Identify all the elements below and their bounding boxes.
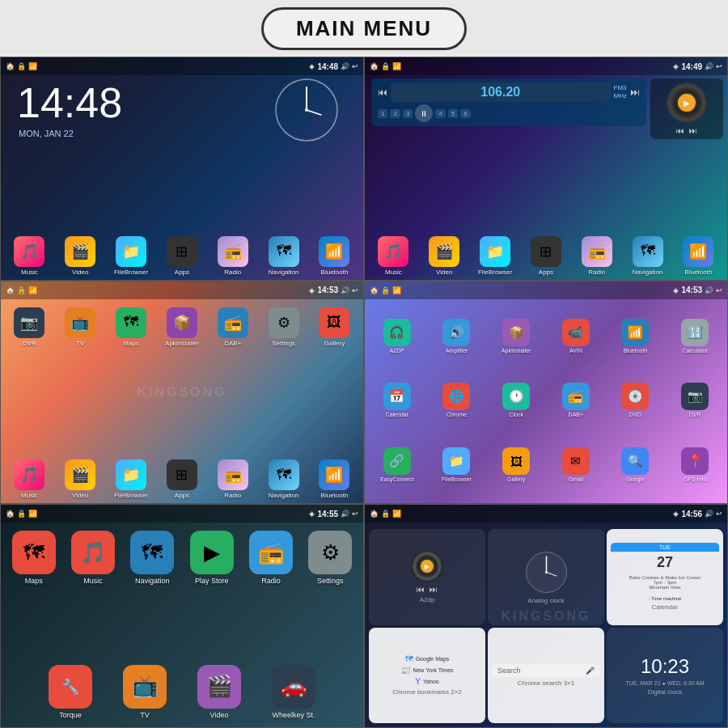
sim-icon-4: 📶 [392,286,401,294]
widget-a2dp[interactable]: ▶ ⏮ ⏭ A2dp [369,529,485,624]
app-apps-3[interactable]: ⊞ Apps [163,459,201,499]
app-dvr[interactable]: 📷 DVR [10,307,49,347]
preset-5[interactable]: 5 [448,109,458,118]
back-icon-1[interactable]: ↩ [352,62,358,70]
big-clock-time: 14:48 [17,82,122,124]
home-icon-4[interactable]: 🏠 [370,286,379,294]
app-gpsinfo[interactable]: 📍 GPS Info [667,434,723,496]
app-gallery-4[interactable]: 🖼 Gallery [488,434,544,496]
lock-icon-5: 🔒 [17,510,26,518]
app-easyconnect[interactable]: 🔗 EasyConnect [369,434,425,496]
app-wheelkey[interactable]: 🚗 Wheelkey St. [272,665,315,719]
app-music-5[interactable]: 🎵 Music [71,531,115,585]
app-google[interactable]: 🔍 Google [607,434,664,496]
app-filebrowser-4[interactable]: 📁 FileBrowser [429,434,485,496]
app-apkinstaller[interactable]: 📦 ApkInstaller [163,307,201,347]
app-filebrowser-3[interactable]: 📁 FileBrowser [112,459,150,499]
app-gallery-3[interactable]: 🖼 Gallery [315,307,353,347]
app-apps-2[interactable]: ⊞ Apps [527,236,565,276]
cell-3-home: KINGSONG 🏠 🔒 📶 ◈ 14:53 🔊 ↩ 📷 DVR 📺 TV [0,281,364,505]
home-icon-1[interactable]: 🏠 [6,62,15,70]
back-icon-4[interactable]: ↩ [716,286,722,294]
app-apkinstaller-4[interactable]: 📦 ApkInstaller [488,306,544,367]
screenshot-grid: 🏠 🔒 📶 ◈ 14:48 🔊 ↩ 14:48 MON, JAN 22 [0,57,728,728]
app-gmail[interactable]: ✉ Gmail [548,434,604,496]
widget-digital-clock[interactable]: 10:23 TUE, MAR 22 ● WED, 8:30 AM Digital… [607,628,723,723]
app-radio-2[interactable]: 📻 Radio [578,236,616,276]
app-bluetooth-3[interactable]: 📶 Bluetooth [315,459,353,499]
back-icon-6[interactable]: ↩ [716,510,722,518]
app-avin[interactable]: 📹 AVIN [548,306,604,367]
app-playstore[interactable]: ▶ Play Store [190,531,234,585]
app-a2dp[interactable]: 🎧 A2DP [369,306,425,367]
lock-icon-4: 🔒 [381,286,390,294]
widget-chrome-bookmarks[interactable]: 🗺Google Maps 📰New York Times YYahoo Chro… [369,628,485,723]
home-icon-6[interactable]: 🏠 [370,510,379,518]
app-maps[interactable]: 🗺 Maps [112,307,150,347]
app-maps-5[interactable]: 🗺 Maps [12,531,56,585]
a2dp-next[interactable]: ⏭ [430,585,438,594]
app-tv[interactable]: 📺 TV [61,307,99,347]
app-calculator[interactable]: 🔢 Calculator [667,306,723,367]
home-icon-5[interactable]: 🏠 [6,510,15,518]
app-apps-1[interactable]: ⊞ Apps [163,236,201,276]
widget-chrome-search[interactable]: Search 🎤 Chrome search 3×1 [488,628,604,723]
app-radio-3[interactable]: 📻 Radio [214,459,252,499]
app-bluetooth-1[interactable]: 📶 Bluetooth [315,236,353,276]
app-bluetooth-4[interactable]: 📶 Bluetooth [607,306,664,367]
app-tv-5[interactable]: 📺 TV [123,665,167,719]
app-filebrowser-2[interactable]: 📁 FileBrowser [476,236,514,276]
a2dp-prev[interactable]: ⏮ [417,585,425,594]
app-music-2[interactable]: 🎵 Music [374,236,413,276]
app-video-1[interactable]: 🎬 Video [61,236,99,276]
play-button-overlay[interactable]: ▶ [678,94,696,112]
app-chrome[interactable]: 🌐 Chrome [429,370,485,431]
app-settings-5[interactable]: ⚙ Settings [308,531,352,585]
svg-point-7 [545,571,548,574]
app-calendar-4[interactable]: 📅 Calendar [369,370,425,431]
app-navigation-3[interactable]: 🗺 Navigation [265,459,303,499]
preset-2[interactable]: 2 [390,109,400,118]
preset-1[interactable]: 1 [378,109,387,118]
app-icons-row-2: 🎵 Music 🎬 Video 📁 FileBrowser ⊞ Apps 📻 R… [365,236,727,276]
app-video-3[interactable]: 🎬 Video [61,459,99,499]
app-navigation-2[interactable]: 🗺 Navigation [629,236,667,276]
gps-icon-4: ◈ [673,286,679,294]
pause-btn[interactable]: ⏸ [415,104,433,122]
sim-icon-6: 📶 [392,510,401,518]
app-dvr-4[interactable]: 📷 DVR [667,370,723,431]
media-next[interactable]: ⏭ [689,126,697,135]
app-music-1[interactable]: 🎵 Music [10,236,49,276]
header: MAIN MENU [0,0,728,57]
preset-6[interactable]: 6 [460,109,470,118]
app-filebrowser-1[interactable]: 📁 FileBrowser [112,236,150,276]
app-settings-3[interactable]: ⚙ Settings [265,307,303,347]
app-bluetooth-2[interactable]: 📶 Bluetooth [679,236,717,276]
media-prev[interactable]: ⏮ [676,126,684,135]
app-torque[interactable]: 🔧 Torque [49,665,92,719]
app-dab-3[interactable]: 📻 DAB+ [214,307,252,347]
app-dab-4[interactable]: 📻 DAB+ [548,370,604,431]
preset-3[interactable]: 3 [403,109,413,118]
home-icon-2[interactable]: 🏠 [370,62,379,70]
app-music-3[interactable]: 🎵 Music [10,459,49,499]
app-video-5[interactable]: 🎬 Video [197,665,241,719]
back-icon-5[interactable]: ↩ [352,510,358,518]
skip-prev-icon[interactable]: ⏮ [378,87,387,98]
app-dvd[interactable]: 💿 DVD [607,370,664,431]
back-icon-3[interactable]: ↩ [352,286,358,294]
app-radio-1[interactable]: 📻 Radio [214,236,252,276]
preset-4[interactable]: 4 [435,109,445,118]
search-input-widget[interactable]: Search 🎤 [491,664,601,677]
skip-next-icon[interactable]: ⏭ [630,87,640,98]
widget-analog-clock[interactable]: Analog clock [488,529,604,624]
app-clock[interactable]: 🕐 Clock [488,370,544,431]
app-amplifier[interactable]: 🔊 Amplifier [429,306,485,367]
app-navigation-5[interactable]: 🗺 Navigation [130,531,174,585]
back-icon-2[interactable]: ↩ [716,62,722,70]
app-radio-5[interactable]: 📻 Radio [249,531,293,585]
home-icon-3[interactable]: 🏠 [6,286,15,294]
widget-calendar[interactable]: TUE 27 Bake Cookies & Make Ice Cream7pm … [607,529,723,624]
app-navigation-1[interactable]: 🗺 Navigation [265,236,303,276]
app-video-2[interactable]: 🎬 Video [425,236,463,276]
